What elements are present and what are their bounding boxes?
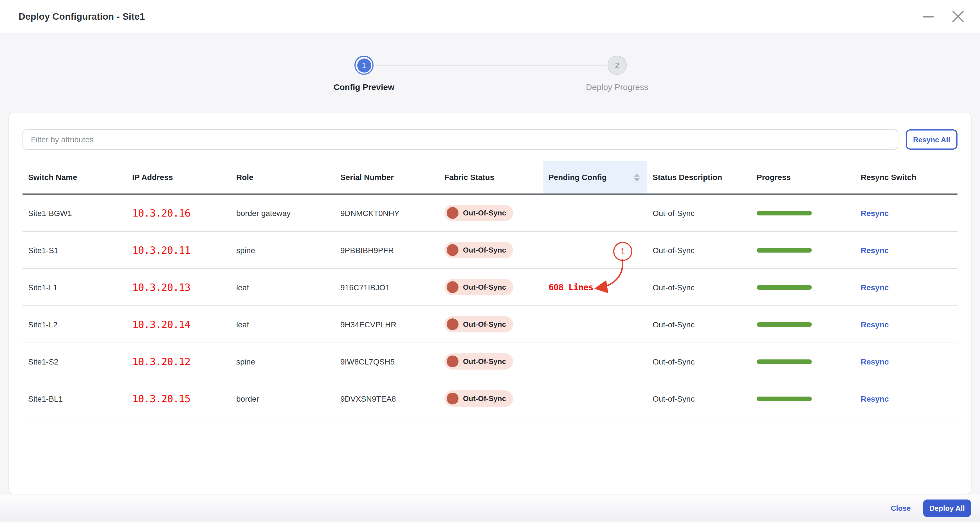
progress-cell xyxy=(751,248,855,252)
status-badge-label: Out-Of-Sync xyxy=(463,209,506,217)
status-badge: Out-Of-Sync xyxy=(444,316,513,333)
deploy-configuration-dialog: Deploy Configuration - Site1 1 2 Config … xyxy=(0,0,980,522)
col-header-ip-address[interactable]: IP Address xyxy=(127,161,231,194)
status-description-cell: Out-of-Sync xyxy=(647,320,751,329)
resync-link[interactable]: Resync xyxy=(861,245,889,255)
status-dot-icon xyxy=(447,281,458,293)
resync-link[interactable]: Resync xyxy=(861,357,889,366)
table-row: Site1-BGW1 10.3.20.16 border gateway 9DN… xyxy=(22,195,958,232)
step-2-indicator[interactable]: 2 xyxy=(608,56,627,75)
col-header-resync-switch[interactable]: Resync Switch xyxy=(855,161,958,194)
col-header-serial-number[interactable]: Serial Number xyxy=(335,161,439,194)
sort-icon[interactable] xyxy=(634,173,640,181)
status-dot-icon xyxy=(447,318,458,330)
switch-name-cell: Site1-L1 xyxy=(22,283,127,292)
status-dot-icon xyxy=(447,244,458,256)
serial-number-cell: 916C71IBJO1 xyxy=(335,283,439,292)
status-badge-label: Out-Of-Sync xyxy=(463,394,506,403)
status-badge-label: Out-Of-Sync xyxy=(463,357,506,366)
resync-link[interactable]: Resync xyxy=(861,320,889,329)
table-row: Site1-S1 10.3.20.11 spine 9PBBIBH9PFR Ou… xyxy=(22,232,958,269)
status-badge: Out-Of-Sync xyxy=(444,353,513,369)
progress-bar xyxy=(757,359,812,364)
progress-cell xyxy=(751,359,855,364)
serial-number-cell: 9IW8CL7QSH5 xyxy=(335,357,439,366)
table-row: Site1-L2 10.3.20.14 leaf 9H34ECVPLHR Out… xyxy=(22,306,958,343)
role-cell: border gateway xyxy=(231,208,335,217)
status-badge: Out-Of-Sync xyxy=(444,205,513,221)
step-1-number: 1 xyxy=(357,58,371,72)
dialog-footer: Close Deploy All xyxy=(0,494,980,522)
fabric-status-cell: Out-Of-Sync xyxy=(439,205,543,221)
progress-cell xyxy=(751,211,855,215)
close-icon[interactable] xyxy=(951,9,966,24)
switch-name-cell: Site1-BGW1 xyxy=(22,208,127,217)
col-header-role[interactable]: Role xyxy=(231,161,335,194)
progress-bar xyxy=(757,248,812,252)
status-badge-label: Out-Of-Sync xyxy=(463,283,506,291)
progress-cell xyxy=(751,285,855,290)
status-description-cell: Out-of-Sync xyxy=(647,208,751,217)
step-1-indicator[interactable]: 1 xyxy=(355,56,374,75)
ip-address-cell: 10.3.20.16 xyxy=(127,207,231,219)
role-cell: border xyxy=(231,394,335,403)
resync-link[interactable]: Resync xyxy=(861,208,889,217)
col-header-pending-config[interactable]: Pending Config xyxy=(543,161,647,194)
role-cell: leaf xyxy=(231,283,335,292)
ip-address-cell: 10.3.20.12 xyxy=(127,355,231,367)
ip-address-cell: 10.3.20.15 xyxy=(127,393,231,404)
resync-cell: Resync xyxy=(855,245,958,255)
status-description-cell: Out-of-Sync xyxy=(647,394,751,403)
col-header-switch-name[interactable]: Switch Name xyxy=(22,161,127,194)
status-badge-label: Out-Of-Sync xyxy=(463,246,506,254)
status-badge: Out-Of-Sync xyxy=(444,390,513,407)
step-2-label: Deploy Progress xyxy=(555,82,679,92)
role-cell: spine xyxy=(231,357,335,366)
table-row: Site1-S2 10.3.20.12 spine 9IW8CL7QSH5 Ou… xyxy=(22,343,958,380)
ip-address-cell: 10.3.20.14 xyxy=(127,318,231,330)
status-dot-icon xyxy=(447,207,458,219)
progress-cell xyxy=(751,396,855,401)
status-dot-icon xyxy=(447,355,458,367)
progress-bar xyxy=(757,322,812,326)
serial-number-cell: 9DNMCKT0NHY xyxy=(335,208,439,217)
resync-cell: Resync xyxy=(855,208,958,217)
filter-input[interactable] xyxy=(22,129,899,150)
ip-address-cell: 10.3.20.11 xyxy=(127,244,231,256)
fabric-status-cell: Out-Of-Sync xyxy=(439,242,543,258)
col-header-progress[interactable]: Progress xyxy=(751,161,855,194)
resync-link[interactable]: Resync xyxy=(861,394,889,403)
fabric-status-cell: Out-Of-Sync xyxy=(439,279,543,295)
table-row: Site1-BL1 10.3.20.15 border 9DVXSN9TEA8 … xyxy=(22,380,958,417)
status-badge: Out-Of-Sync xyxy=(444,279,513,295)
resync-cell: Resync xyxy=(855,357,958,366)
pending-config-header-label: Pending Config xyxy=(549,173,607,182)
role-cell: leaf xyxy=(231,320,335,329)
serial-number-cell: 9PBBIBH9PFR xyxy=(335,245,439,255)
ip-address-cell: 10.3.20.13 xyxy=(127,281,231,293)
switch-name-cell: Site1-L2 xyxy=(22,320,127,329)
progress-bar xyxy=(757,211,812,215)
dialog-titlebar: Deploy Configuration - Site1 xyxy=(0,0,980,33)
minimize-icon[interactable] xyxy=(921,9,935,24)
status-badge-label: Out-Of-Sync xyxy=(463,320,506,328)
progress-cell xyxy=(751,322,855,326)
status-description-cell: Out-of-Sync xyxy=(647,357,751,366)
deploy-all-button[interactable]: Deploy All xyxy=(923,500,971,517)
window-controls xyxy=(921,9,966,24)
table-row: Site1-L1 10.3.20.13 leaf 916C71IBJO1 Out… xyxy=(22,269,958,306)
fabric-status-cell: Out-Of-Sync xyxy=(439,353,543,369)
switch-name-cell: Site1-S1 xyxy=(22,245,127,255)
serial-number-cell: 9H34ECVPLHR xyxy=(335,320,439,329)
status-description-cell: Out-of-Sync xyxy=(647,245,751,255)
serial-number-cell: 9DVXSN9TEA8 xyxy=(335,394,439,403)
close-button[interactable]: Close xyxy=(891,504,911,512)
col-header-status-description[interactable]: Status Description xyxy=(647,161,751,194)
progress-bar xyxy=(757,285,812,290)
fabric-status-cell: Out-Of-Sync xyxy=(439,390,543,407)
resync-all-button[interactable]: Resync All xyxy=(906,129,958,150)
col-header-fabric-status[interactable]: Fabric Status xyxy=(439,161,543,194)
wizard-stepper: 1 2 Config Preview Deploy Progress xyxy=(0,33,980,113)
annotation-arrow-icon xyxy=(585,256,630,295)
resync-link[interactable]: Resync xyxy=(861,283,889,292)
